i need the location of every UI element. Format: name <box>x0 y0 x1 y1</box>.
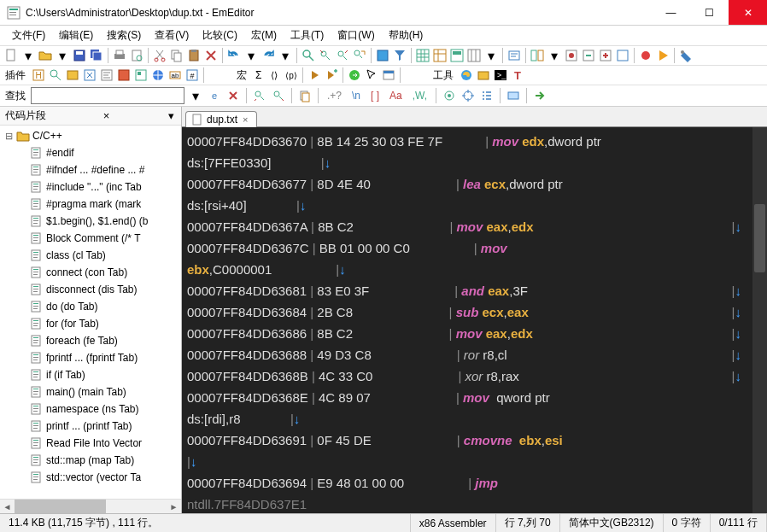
search-go-icon[interactable] <box>532 88 547 103</box>
status-mode[interactable]: x86 Assembler <box>411 514 496 532</box>
macro-run-icon[interactable] <box>307 67 322 83</box>
plugin-explorer-icon[interactable] <box>65 67 80 83</box>
find-prev-icon[interactable] <box>318 48 333 63</box>
tree-item[interactable]: namespace (ns Tab) <box>27 400 181 418</box>
code-line[interactable]: 00007FF84DD63686 | 8B C2 | mov eax,edx|↓ <box>187 323 767 344</box>
code-line[interactable]: ds:[rdi],r8 |↓ <box>187 408 767 430</box>
macro-dialog-icon[interactable] <box>381 67 396 83</box>
plugin-wordcomplete-icon[interactable]: ab <box>167 67 183 83</box>
code-line[interactable]: 00007FF84DD63688 | 49 D3 C8 | ror r8,cl|… <box>187 344 767 365</box>
delete-icon[interactable] <box>203 48 219 63</box>
tree-root[interactable]: ⊟ C/C++ <box>3 127 181 144</box>
tab-dup-txt[interactable]: dup.txt × <box>185 111 257 127</box>
search-sel-icon[interactable] <box>506 88 521 103</box>
search-case-token[interactable]: Aa <box>386 90 406 102</box>
paste-icon[interactable] <box>186 48 202 63</box>
tool-explorer-icon[interactable] <box>476 67 491 83</box>
plugin-projects-icon[interactable] <box>116 67 132 83</box>
macro-params-icon[interactable]: ⟨⟩ <box>266 67 282 83</box>
compare2-icon[interactable] <box>564 48 579 63</box>
copy-icon[interactable] <box>169 48 184 63</box>
compare5-icon[interactable] <box>615 48 630 63</box>
tree-item[interactable]: #include "..." (inc Tab <box>27 178 181 196</box>
dropdown-icon[interactable]: ▾ <box>55 48 70 63</box>
code-line[interactable]: ds:[rsi+40] |↓ <box>187 195 767 216</box>
output-icon[interactable] <box>506 48 522 63</box>
sigma-button[interactable]: Σ <box>252 69 265 81</box>
code-line[interactable]: 00007FF84DD6367C | BB 01 00 00 C0 | mov <box>187 237 767 259</box>
dropdown-icon[interactable]: ▾ <box>20 48 36 63</box>
csv-icon[interactable] <box>415 48 430 63</box>
dropdown-icon[interactable]: ▾ <box>278 48 293 63</box>
compare3-icon[interactable] <box>581 48 596 63</box>
code-line[interactable]: ds:[7FFE0330] |↓ <box>187 152 767 173</box>
undo-icon[interactable] <box>226 48 242 63</box>
plugin-openx-icon[interactable] <box>82 67 97 83</box>
tree-item[interactable]: #pragma mark (mark <box>27 196 181 213</box>
search-prev-icon[interactable] <box>252 88 267 103</box>
search-word-token[interactable]: ,W, <box>409 90 430 102</box>
code-line[interactable]: 00007FF84DD63684 | 2B C8 | sub ecx,eax|↓ <box>187 301 767 323</box>
new-file-icon[interactable] <box>3 48 19 63</box>
compare4-icon[interactable] <box>598 48 613 63</box>
close-button[interactable]: ✕ <box>729 0 767 25</box>
bookmark-icon[interactable] <box>375 48 390 63</box>
status-encoding[interactable]: 简体中文(GB2312) <box>560 514 664 532</box>
code-line[interactable]: 00007FF84DD6368E | 4C 89 07 | mov qword … <box>187 387 767 408</box>
code-line[interactable]: 00007FF84DD63694 | E9 48 01 00 00 | jmp <box>187 472 767 494</box>
tree-item[interactable]: Block Comment (/* T <box>27 230 181 247</box>
save-icon[interactable] <box>72 48 87 63</box>
record-icon[interactable] <box>638 48 653 63</box>
tree-item[interactable]: if (if Tab) <box>27 366 181 383</box>
search-list-icon[interactable] <box>479 88 495 103</box>
code-line[interactable]: 00007FF84DD6367A | 8B C2 | mov eax,edx|↓ <box>187 216 767 237</box>
tsv-icon[interactable] <box>466 48 482 63</box>
menu-item[interactable]: 文件(F) <box>5 26 52 44</box>
properties-icon[interactable] <box>678 48 694 63</box>
menu-item[interactable]: 搜索(S) <box>100 26 148 44</box>
menu-item[interactable]: 编辑(E) <box>52 26 100 44</box>
csv-mode-icon[interactable] <box>432 48 448 63</box>
code-line[interactable]: 00007FF84DD63691 | 0F 45 DE | cmovne ebx… <box>187 430 767 451</box>
search-next-icon[interactable] <box>271 88 286 103</box>
macro-add-icon[interactable] <box>324 67 339 83</box>
tree-item[interactable]: Read File Into Vector <box>27 435 181 452</box>
save-all-icon[interactable] <box>89 48 104 63</box>
plugin-webpreview-icon[interactable] <box>150 67 166 83</box>
macro-cursor-icon[interactable] <box>364 67 379 83</box>
menu-item[interactable]: 工具(T) <box>284 26 331 44</box>
search-regex-token[interactable]: .+? <box>324 90 345 102</box>
find-next-icon[interactable] <box>335 48 350 63</box>
snippet-tree[interactable]: ⊟ C/C++ #endif#ifndef ... #define ... ##… <box>0 126 181 499</box>
search-e-icon[interactable]: e <box>207 88 222 103</box>
tree-item[interactable]: class (cl Tab) <box>27 247 181 264</box>
tool-text-icon[interactable]: T <box>510 67 525 83</box>
code-line[interactable]: 00007FF84DD6368B | 4C 33 C0 | xor r8,rax… <box>187 365 767 387</box>
tree-item[interactable]: std::vector (vector Ta <box>27 469 181 486</box>
menu-item[interactable]: 宏(M) <box>244 26 284 44</box>
open-file-icon[interactable] <box>38 48 53 63</box>
plugin-wordcount-icon[interactable]: # <box>184 67 200 83</box>
plugin-snippets-icon[interactable] <box>133 67 149 83</box>
search-settings-icon[interactable] <box>442 88 457 103</box>
redo-icon[interactable] <box>261 48 276 63</box>
tree-item[interactable]: printf ... (printf Tab) <box>27 418 181 435</box>
csv-convert-icon[interactable] <box>449 48 465 63</box>
macro-go-icon[interactable] <box>347 67 362 83</box>
user-defined-icon[interactable]: ▾ <box>483 48 499 63</box>
tree-item[interactable]: #ifndef ... #define ... # <box>27 161 181 178</box>
print-icon[interactable] <box>112 48 127 63</box>
code-line[interactable]: ebx,C0000001 |↓ <box>187 259 767 280</box>
cut-icon[interactable] <box>152 48 167 63</box>
compare-icon[interactable] <box>530 48 545 63</box>
tree-item[interactable]: do (do Tab) <box>27 298 181 315</box>
tree-item[interactable]: $1.begin(), $1.end() (b <box>27 213 181 230</box>
search-newline-token[interactable]: \n <box>348 90 364 102</box>
tool-cmd-icon[interactable]: >_ <box>493 67 508 83</box>
code-line[interactable]: 00007FF84DD63677 | 8D 4E 40 | lea ecx,dw… <box>187 173 767 195</box>
dropdown-icon[interactable]: ▾ <box>243 48 259 63</box>
search-target-icon[interactable] <box>460 88 476 103</box>
search-copy-icon[interactable] <box>297 88 313 103</box>
sidebar-hscroll[interactable]: ◄ ► <box>0 499 181 513</box>
editor-vscroll[interactable] <box>752 127 767 513</box>
